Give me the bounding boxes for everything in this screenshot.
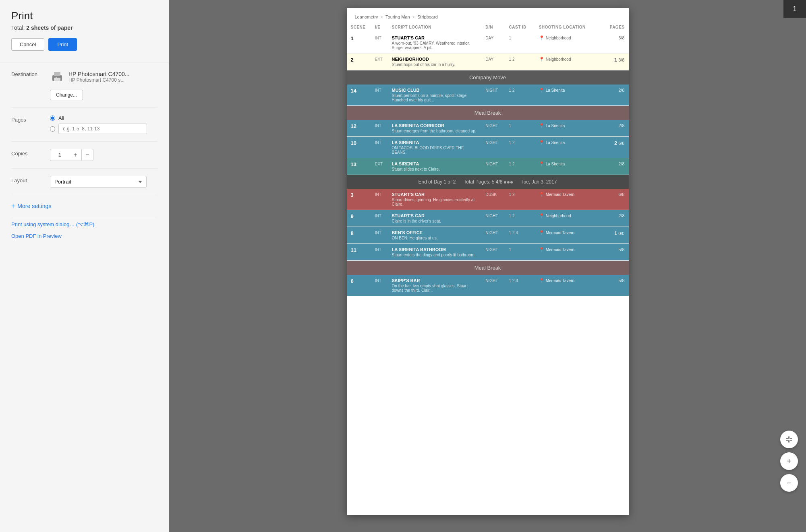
pages-value: 5/8 xyxy=(607,35,625,40)
int-ext: INT xyxy=(375,88,381,93)
cast-id-cell: 1 xyxy=(505,244,535,261)
shooting-location-cell: 📍Neighborhood xyxy=(535,210,603,227)
all-radio-input[interactable] xyxy=(50,115,55,121)
location-name: Mermaid Tavern xyxy=(546,278,575,283)
scene-num-cell: 8 xyxy=(347,227,371,244)
scene-num-cell: 6 xyxy=(347,275,371,296)
cast-ids: 1 xyxy=(509,124,512,128)
copies-content: 1 + − xyxy=(50,149,157,161)
zoom-out-icon: − xyxy=(787,479,791,487)
pages-content: All xyxy=(50,115,157,134)
location-name: La Sirenita xyxy=(546,88,565,93)
scene-row: 1INTSTUART'S CARA worn-out, '93 CAMRY. W… xyxy=(347,32,629,54)
scene-desc: Stuart drives, grinning. He glances exci… xyxy=(392,198,478,206)
script-location-cell: NEIGHBORHOODStuart hops out of his car i… xyxy=(388,54,482,70)
zoom-controls: + − xyxy=(780,431,798,492)
subtitle-prefix: Total: xyxy=(11,25,26,31)
day-night: NIGHT xyxy=(485,231,498,235)
copies-decrement-button[interactable]: − xyxy=(81,149,93,161)
cast-id-cell: 1 2 xyxy=(505,137,535,158)
zoom-in-icon: + xyxy=(787,457,791,465)
destination-label: Destination xyxy=(11,70,44,77)
page-range-input[interactable] xyxy=(58,124,147,134)
zoom-out-button[interactable]: − xyxy=(780,474,798,492)
scene-num-cell: 2 xyxy=(347,54,371,70)
shooting-location: 📍La Sirenita xyxy=(539,140,599,145)
pages-cell: 5/8 xyxy=(603,32,629,54)
scene-num-cell: 11 xyxy=(347,244,371,261)
pages-cell: 5/8 xyxy=(603,244,629,261)
shooting-location: 📍La Sirenita xyxy=(539,123,599,128)
scene-row: 12INTLA SIRENITA CORRIDORStuart emerges … xyxy=(347,120,629,137)
subtitle-bold: 2 sheets of paper xyxy=(26,25,73,31)
banner-cell: Company Move xyxy=(347,70,629,85)
scene-location: LA SIRENITA xyxy=(392,161,478,166)
col-ie: I/E xyxy=(371,23,388,32)
shooting-location-cell: 📍Neighborhood xyxy=(535,54,603,70)
scene-desc: On the bar, two empty shot glasses. Stua… xyxy=(392,284,478,293)
custom-pages-radio[interactable] xyxy=(50,124,157,134)
shooting-location: 📍Neighborhood xyxy=(539,57,599,62)
copies-increment-button[interactable]: + xyxy=(69,149,81,161)
day-night: NIGHT xyxy=(485,214,498,218)
scene-number: 14 xyxy=(351,88,356,94)
script-location-cell: MUSIC CLUBStuart performs on a humble, s… xyxy=(388,85,482,106)
ie-cell: INT xyxy=(371,210,388,227)
shooting-location-cell: 📍Mermaid Tavern xyxy=(535,189,603,210)
layout-select[interactable]: Portrait Landscape xyxy=(50,176,147,188)
document-preview: Leanometry > Touring Man > Stripboard SC… xyxy=(347,8,629,515)
scene-row: 3INTSTUART'S CARStuart drives, grinning.… xyxy=(347,189,629,210)
scene-number: 3 xyxy=(351,192,354,198)
script-location-cell: LA SIRENITAStuart slides next to Claire. xyxy=(388,158,482,175)
shooting-location-cell: 📍Neighborhood xyxy=(535,32,603,54)
scene-number: 2 xyxy=(351,57,354,63)
cast-ids: 1 2 xyxy=(509,192,515,197)
scene-number: 6 xyxy=(351,278,354,284)
system-dialog-link[interactable]: Print using system dialog… (⌥⌘P) xyxy=(11,217,157,229)
scene-num-cell: 14 xyxy=(347,85,371,106)
scene-number: 10 xyxy=(351,140,356,146)
dn-cell: DUSK xyxy=(481,189,505,210)
all-pages-radio[interactable]: All xyxy=(50,115,157,121)
location-name: Mermaid Tavern xyxy=(546,231,575,235)
open-pdf-link[interactable]: Open PDF in Preview xyxy=(11,229,157,241)
shooting-location-cell: 📍La Sirenita xyxy=(535,137,603,158)
print-button[interactable]: Print xyxy=(48,38,77,51)
scene-number: 9 xyxy=(351,213,354,219)
copies-label: Copies xyxy=(11,149,44,157)
change-button[interactable]: Change... xyxy=(50,90,83,100)
scene-row: 11INTLA SIRENITA BATHROOMStuart enters t… xyxy=(347,244,629,261)
cast-ids: 1 2 xyxy=(509,88,515,93)
int-ext: INT xyxy=(375,231,381,235)
shooting-location: 📍La Sirenita xyxy=(539,161,599,167)
more-settings[interactable]: + More settings xyxy=(11,195,157,217)
custom-radio-input[interactable] xyxy=(50,126,55,132)
dn-cell: DAY xyxy=(481,54,505,70)
ie-cell: INT xyxy=(371,85,388,106)
cast-id-cell: 1 xyxy=(505,32,535,54)
banner-cell: End of Day 1 of 2 Total Pages: 5 4/8 Tue… xyxy=(347,175,629,189)
zoom-fit-button[interactable] xyxy=(780,431,798,448)
location-name: La Sirenita xyxy=(546,140,565,145)
zoom-in-button[interactable]: + xyxy=(780,452,798,470)
pages-cell: 2/8 xyxy=(603,120,629,137)
cast-id-cell: 1 xyxy=(505,120,535,137)
preview-area: 1 Leanometry > Touring Man > Stripboard … xyxy=(169,0,806,532)
day-night: NIGHT xyxy=(485,247,498,252)
pages-value: 2 6/8 xyxy=(607,140,625,146)
scene-location: LA SIRENITA CORRIDOR xyxy=(392,123,478,128)
location-name: Mermaid Tavern xyxy=(546,192,575,197)
cancel-button[interactable]: Cancel xyxy=(11,38,44,51)
location-pin-icon: 📍 xyxy=(539,35,545,41)
scene-location: STUART'S CAR xyxy=(392,35,478,40)
layout-content: Portrait Landscape xyxy=(50,176,157,188)
location-pin-icon: 📍 xyxy=(539,278,545,283)
int-ext: INT xyxy=(375,247,381,252)
shooting-location-cell: 📍La Sirenita xyxy=(535,120,603,137)
scene-desc: Stuart emerges from the bathroom, cleane… xyxy=(392,129,478,133)
scene-num-cell: 10 xyxy=(347,137,371,158)
ie-cell: EXT xyxy=(371,158,388,175)
location-pin-icon: 📍 xyxy=(539,213,545,219)
pages-value: 5/8 xyxy=(607,247,625,252)
shooting-location: 📍La Sirenita xyxy=(539,88,599,93)
